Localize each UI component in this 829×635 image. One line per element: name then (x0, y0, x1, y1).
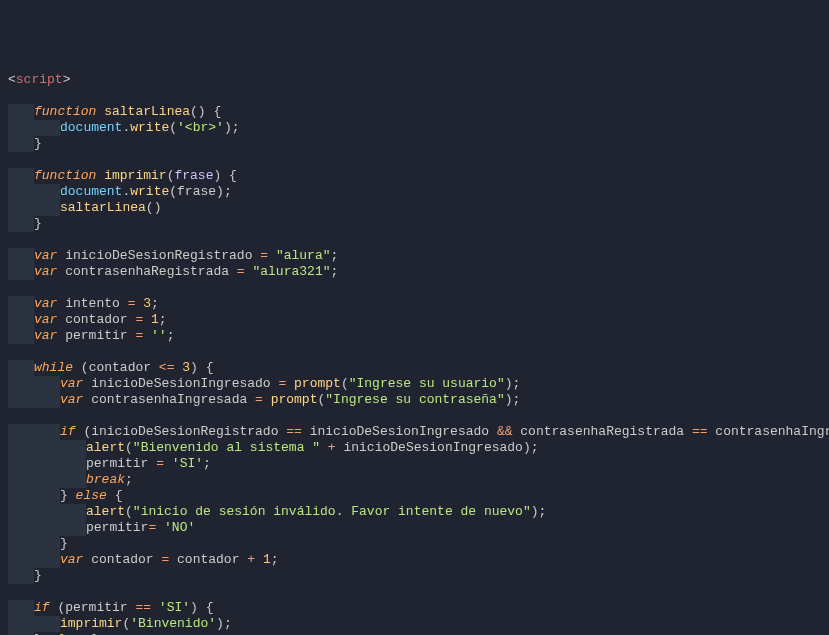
code-token: ; (232, 120, 240, 135)
code-token: { (213, 104, 221, 119)
code-token: ) (213, 168, 229, 183)
code-token: { (206, 600, 214, 615)
indent-guide (34, 120, 60, 136)
code-line (8, 584, 821, 600)
code-token: var (60, 376, 91, 391)
indent-guide (8, 424, 34, 440)
code-token: frase (174, 168, 213, 183)
code-token: imprimir (60, 616, 122, 631)
code-line (8, 280, 821, 296)
code-token: ( (169, 120, 177, 135)
code-token: contador (91, 552, 161, 567)
code-token: ) (216, 184, 224, 199)
code-token: ; (513, 376, 521, 391)
code-token: function (34, 168, 104, 183)
code-token: = (278, 376, 294, 391)
code-line: var contador = contador + 1; (8, 552, 821, 568)
code-token: 3 (143, 296, 151, 311)
code-token: contador (177, 552, 247, 567)
code-token: } (34, 216, 42, 231)
code-token: } (60, 488, 76, 503)
code-token: 'SI' (172, 456, 203, 471)
code-token: 'SI' (159, 600, 190, 615)
code-token: > (63, 72, 71, 87)
indent-guide (34, 552, 60, 568)
code-token: contrasenhaRegistrada (65, 264, 237, 279)
code-line: } (8, 136, 821, 152)
code-token: "alura" (276, 248, 331, 263)
indent-guide (60, 504, 86, 520)
code-token: ( (125, 440, 133, 455)
code-line: imprimir('Binvenido'); (8, 616, 821, 632)
indent-guide (8, 184, 34, 200)
code-line: if (permitir == 'SI') { (8, 600, 821, 616)
code-token: ; (151, 296, 159, 311)
code-token: ( (169, 184, 177, 199)
indent-guide (8, 536, 34, 552)
code-token: inicioDeSesionIngresado (343, 440, 522, 455)
code-token: } (60, 536, 68, 551)
code-line: var contador = 1; (8, 312, 821, 328)
code-token: == (135, 600, 158, 615)
code-token: inicioDeSesionRegistrado (91, 424, 286, 439)
code-token: permitir (86, 456, 156, 471)
code-token: ; (125, 472, 133, 487)
code-token: prompt (294, 376, 341, 391)
code-token: ; (513, 392, 521, 407)
indent-guide (34, 424, 60, 440)
code-token: ) (505, 376, 513, 391)
indent-guide (34, 376, 60, 392)
indent-guide (60, 440, 86, 456)
code-token: var (34, 312, 65, 327)
indent-guide (8, 120, 34, 136)
code-token: ; (330, 248, 338, 263)
code-line: <script> (8, 72, 821, 88)
code-token: ; (539, 504, 547, 519)
code-token: document (60, 120, 122, 135)
code-token: = (260, 248, 276, 263)
code-line: permitir= 'NO' (8, 520, 821, 536)
code-line: } else { (8, 488, 821, 504)
code-token: inicioDeSesionIngresado (310, 424, 497, 439)
code-line (8, 152, 821, 168)
code-line: alert("inicio de sesión inválido. Favor … (8, 504, 821, 520)
code-token: write (130, 184, 169, 199)
code-token: "inicio de sesión inválido. Favor intent… (133, 504, 531, 519)
code-token: } (34, 136, 42, 151)
indent-guide (8, 264, 34, 280)
code-line: function saltarLinea() { (8, 104, 821, 120)
code-token: contrasenhaIngresada (91, 392, 255, 407)
code-token: function (34, 104, 104, 119)
code-token: ; (203, 456, 211, 471)
indent-guide (8, 600, 34, 616)
indent-guide (34, 472, 60, 488)
code-token: permitir (86, 520, 148, 535)
code-token: ) (190, 600, 206, 615)
code-token: while (34, 360, 81, 375)
indent-guide (34, 536, 60, 552)
code-token: contrasenhaIngresada (715, 424, 829, 439)
code-token: document (60, 184, 122, 199)
code-token: ; (271, 552, 279, 567)
code-token: alert (86, 440, 125, 455)
code-token: ) (224, 120, 232, 135)
code-token: var (34, 296, 65, 311)
code-token: () (146, 200, 162, 215)
indent-guide (8, 552, 34, 568)
code-token: 1 (151, 312, 159, 327)
code-token: script (16, 72, 63, 87)
code-token: ; (167, 328, 175, 343)
code-token: == (692, 424, 715, 439)
code-token: { (206, 360, 214, 375)
code-token: contador (89, 360, 159, 375)
code-line (8, 408, 821, 424)
code-line: alert("Bienvenido al sistema " + inicioD… (8, 440, 821, 456)
code-token: inicioDeSesionIngresado (91, 376, 278, 391)
code-line: } (8, 536, 821, 552)
code-token: ; (224, 184, 232, 199)
indent-guide (8, 216, 34, 232)
code-block: <script> function saltarLinea() { docume… (8, 72, 821, 635)
code-token: else (76, 488, 115, 503)
code-token: 'NO' (164, 520, 195, 535)
code-token: ) (523, 440, 531, 455)
